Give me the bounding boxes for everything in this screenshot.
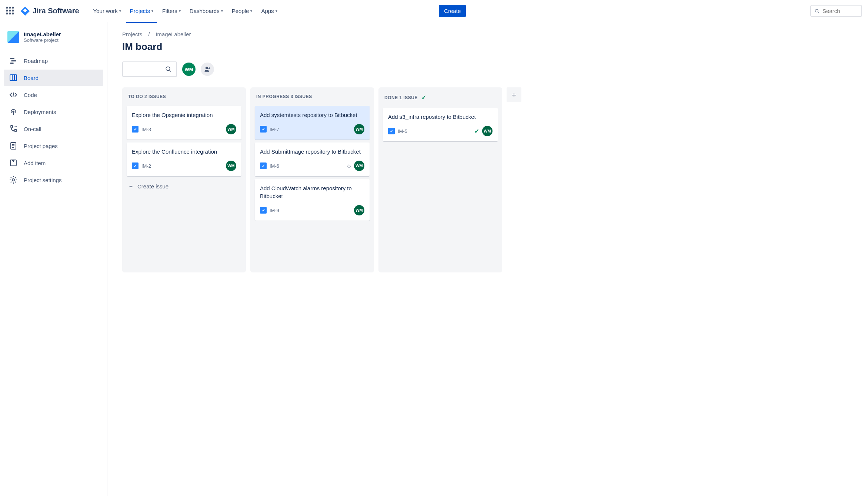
sidebar-item-label: Project pages [24, 143, 58, 149]
assignee-avatar[interactable]: WM [354, 161, 364, 171]
issue-card[interactable]: Explore the Confluence integration IM-2 … [127, 143, 241, 176]
card-footer: IM-7 WM [260, 124, 364, 134]
create-button[interactable]: Create [439, 5, 466, 17]
sidebar-item-label: Deployments [24, 109, 56, 115]
card-footer: IM-6 ◇ WM [260, 161, 364, 171]
card-footer: IM-5 ✓ WM [388, 126, 493, 136]
sidebar-item-board[interactable]: Board [4, 70, 103, 86]
sidebar-item-project-settings[interactable]: Project settings [4, 172, 103, 188]
breadcrumb-separator: / [148, 31, 150, 37]
svg-line-1 [818, 11, 819, 13]
sidebar-item-code[interactable]: Code [4, 87, 103, 103]
add-people-button[interactable] [201, 63, 214, 76]
nav-item-dashboards[interactable]: Dashboards▾ [186, 5, 227, 17]
card-title: Add systemtests repository to Bitbucket [260, 111, 364, 119]
sidebar-item-project-pages[interactable]: Project pages [4, 138, 103, 154]
roadmap-icon [9, 56, 18, 65]
sidebar-item-roadmap[interactable]: Roadmap [4, 53, 103, 69]
assignee-avatar[interactable]: WM [482, 126, 493, 136]
plus-icon: ＋ [128, 183, 134, 190]
breadcrumb-current[interactable]: ImageLabeller [156, 31, 191, 37]
app-switcher-icon[interactable] [6, 7, 15, 16]
assignee-avatar[interactable]: WM [226, 124, 236, 134]
settings-icon [9, 175, 18, 184]
breadcrumb: Projects / ImageLabeller [122, 31, 853, 37]
column-header[interactable]: Done 1 issue ✓ [383, 92, 498, 105]
chevron-down-icon: ▾ [250, 9, 252, 13]
issue-card[interactable]: Explore the Opsgenie integration IM-3 WM [127, 106, 241, 140]
issue-card[interactable]: Add CloudWatch alarms repository to Bitb… [255, 179, 370, 221]
nav-item-filters[interactable]: Filters▾ [158, 5, 184, 17]
logo-text: Jira Software [33, 7, 79, 15]
code-icon [9, 90, 18, 99]
oncall-icon [9, 124, 18, 133]
create-issue-label: Create issue [137, 183, 168, 190]
nav-label: Your work [93, 8, 118, 14]
card-footer: IM-3 WM [132, 124, 236, 134]
sidebar-item-on-call[interactable]: On-call [4, 121, 103, 137]
svg-point-23 [206, 67, 208, 69]
user-avatar[interactable]: WM [182, 63, 196, 76]
issue-key: IM-3 [141, 127, 151, 132]
issue-card[interactable]: Add SubmitImage repository to Bitbucket … [255, 143, 370, 176]
task-type-icon [260, 207, 267, 214]
svg-point-21 [166, 67, 170, 71]
issue-key: IM-5 [398, 128, 407, 134]
column-title: To Do 2 issues [128, 94, 166, 99]
chevron-down-icon: ▾ [151, 9, 153, 13]
sidebar-item-label: Project settings [24, 177, 62, 183]
project-type: Software project [24, 37, 61, 43]
priority-icon: ◇ [347, 163, 351, 169]
global-search[interactable] [810, 5, 862, 17]
column-header[interactable]: To Do 2 issues [127, 92, 241, 103]
assignee-avatar[interactable]: WM [354, 124, 364, 134]
page-icon [9, 141, 18, 150]
issue-key: IM-2 [141, 163, 151, 169]
sidebar-item-label: On-call [24, 126, 41, 132]
jira-logo[interactable]: Jira Software [20, 6, 79, 16]
column-header[interactable]: In Progress 3 issues [255, 92, 370, 103]
chevron-down-icon: ▾ [221, 9, 223, 13]
nav-items: Your work▾Projects▾Filters▾Dashboards▾Pe… [90, 5, 434, 17]
nav-item-projects[interactable]: Projects▾ [126, 5, 157, 17]
nav-item-your-work[interactable]: Your work▾ [90, 5, 125, 17]
board-icon [9, 73, 18, 82]
nav-item-apps[interactable]: Apps▾ [257, 5, 281, 17]
sidebar-item-deployments[interactable]: Deployments [4, 104, 103, 120]
search-icon [815, 8, 819, 14]
sidebar-item-add-item[interactable]: Add item [4, 155, 103, 171]
svg-point-10 [15, 126, 16, 127]
create-issue-button[interactable]: ＋ Create issue [127, 179, 241, 194]
chevron-down-icon: ▾ [179, 9, 181, 13]
svg-rect-4 [10, 63, 14, 64]
kanban-board: To Do 2 issues Explore the Opsgenie inte… [122, 87, 853, 272]
search-icon [165, 66, 172, 73]
add-column-button[interactable]: ＋ [507, 87, 521, 102]
svg-rect-2 [10, 58, 14, 59]
project-header[interactable]: ImageLabeller Software project [4, 31, 103, 50]
search-input[interactable] [822, 8, 858, 14]
nav-item-people[interactable]: People▾ [228, 5, 256, 17]
column-in-progress: In Progress 3 issues Add systemtests rep… [250, 87, 374, 272]
add-icon [9, 158, 18, 167]
card-title: Add CloudWatch alarms repository to Bitb… [260, 184, 364, 200]
assignee-avatar[interactable]: WM [226, 161, 236, 171]
task-type-icon [132, 162, 138, 169]
task-type-icon [132, 126, 138, 133]
assignee-avatar[interactable]: WM [354, 205, 364, 215]
sidebar-item-label: Board [24, 75, 39, 81]
check-icon: ✓ [421, 94, 426, 101]
nav-label: Dashboards [190, 8, 220, 14]
column-title: Done 1 issue [384, 95, 418, 100]
card-title: Explore the Confluence integration [132, 148, 236, 155]
issue-card[interactable]: Add s3_infra repository to Bitbucket IM-… [383, 108, 498, 141]
breadcrumb-root[interactable]: Projects [122, 31, 142, 37]
svg-rect-3 [11, 60, 16, 61]
page-title: IM board [122, 41, 853, 53]
sidebar: ImageLabeller Software project RoadmapBo… [0, 22, 107, 496]
project-name: ImageLabeller [24, 31, 61, 37]
issue-card[interactable]: Add systemtests repository to Bitbucket … [255, 106, 370, 140]
card-footer: IM-2 WM [132, 161, 236, 171]
board-search[interactable] [122, 61, 177, 77]
svg-line-8 [13, 93, 14, 97]
